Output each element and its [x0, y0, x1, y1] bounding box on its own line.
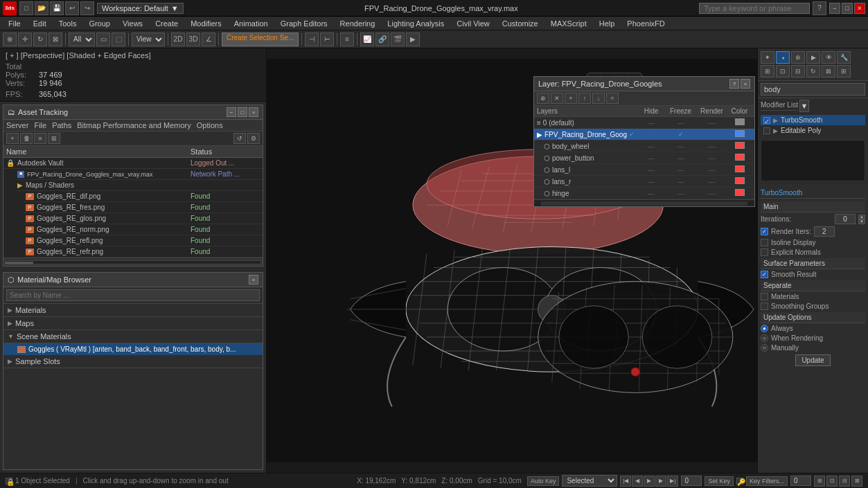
file-new-btn[interactable]: □: [19, 1, 33, 15]
maximize-btn[interactable]: □: [842, 3, 853, 14]
layer-hide-5[interactable]: —: [637, 178, 665, 186]
extra-btn1[interactable]: ⊞: [814, 476, 825, 487]
move-tool-btn[interactable]: ✛: [18, 33, 32, 46]
layer-hide-0[interactable]: —: [637, 119, 665, 127]
table-row[interactable]: 🔒 Autodesk Vault Logged Out ...: [3, 158, 263, 169]
snap-2d-btn[interactable]: 2D: [171, 33, 185, 46]
always-radio[interactable]: ●: [761, 325, 768, 332]
key-dropdown[interactable]: Selected: [562, 475, 617, 487]
layer-select-btn[interactable]: ↑: [578, 93, 591, 104]
help-btn[interactable]: ?: [813, 1, 826, 15]
frame-number-input[interactable]: [790, 476, 811, 486]
redo-btn[interactable]: ↪: [80, 1, 94, 15]
menu-graph-editors[interactable]: Graph Editors: [275, 18, 333, 29]
asset-list-btn[interactable]: ≡: [34, 133, 46, 144]
angle-snap-btn[interactable]: ∠: [202, 33, 215, 46]
materials-checkbox[interactable]: [761, 293, 768, 300]
schematic-btn[interactable]: 🔗: [375, 33, 389, 46]
modify-panel-btn[interactable]: ⬧: [776, 51, 790, 64]
menu-create[interactable]: Create: [150, 18, 184, 29]
layer-color-6[interactable]: [727, 189, 752, 197]
layer-color-4[interactable]: [727, 165, 752, 174]
spin-down[interactable]: ▼: [858, 219, 865, 224]
mat-section-maps[interactable]: ▶ Maps: [3, 317, 263, 330]
layer-row[interactable]: ⬡ power_button — — —: [534, 152, 754, 164]
isoline-checkbox[interactable]: [761, 239, 768, 246]
search-input[interactable]: [699, 3, 810, 14]
table-row[interactable]: P Goggles_RE_glos.png Found: [23, 213, 263, 224]
render-setup-btn[interactable]: 🎬: [391, 33, 405, 46]
layer-row[interactable]: ⬡ hinge — — —: [534, 188, 754, 199]
layer-color-1[interactable]: [727, 130, 752, 138]
window-crossing-btn[interactable]: ⬚: [112, 33, 125, 46]
render-iters-checkbox[interactable]: ✓: [761, 228, 768, 235]
rt-extra3[interactable]: ⊟: [791, 65, 805, 78]
asset-add-btn[interactable]: +: [6, 133, 19, 144]
close-btn[interactable]: ✕: [854, 3, 865, 14]
prev-key-btn[interactable]: ◀: [632, 476, 643, 487]
layer-hide-6[interactable]: —: [637, 190, 665, 197]
when-rendering-radio[interactable]: ○: [761, 334, 768, 342]
ts-main-header[interactable]: Main: [761, 201, 865, 213]
layer-render-3[interactable]: —: [696, 154, 727, 162]
menu-lighting[interactable]: Lighting Analysis: [382, 18, 450, 29]
layer-row[interactable]: ⬡ lans_r — — —: [534, 176, 754, 188]
table-row[interactable]: ▶ Maps / Shaders: [15, 180, 263, 191]
layer-row[interactable]: ⬡ body_wheel — — —: [534, 141, 754, 152]
create-panel-btn[interactable]: ✦: [761, 51, 774, 64]
table-row[interactable]: P Goggles_RE_dif.png Found: [23, 191, 263, 202]
mirror-btn[interactable]: ⊣: [305, 33, 319, 46]
next-key-btn[interactable]: ▶: [655, 476, 666, 487]
menu-edit[interactable]: Edit: [28, 18, 52, 29]
asset-restore-btn[interactable]: □: [238, 107, 247, 117]
rt-extra6[interactable]: ⊞: [837, 65, 851, 78]
layer-hide-1[interactable]: —: [637, 131, 665, 138]
asset-minimize-btn[interactable]: −: [227, 107, 236, 117]
layer-render-5[interactable]: —: [696, 178, 727, 186]
layer-row[interactable]: ⬡ lans_l — — —: [534, 164, 754, 176]
file-open-btn[interactable]: 📂: [35, 1, 48, 15]
layer-freeze-0[interactable]: —: [665, 119, 696, 127]
selection-filter[interactable]: All: [69, 33, 95, 46]
layer-freeze-2[interactable]: —: [665, 143, 696, 150]
rt-extra1[interactable]: ⊞: [761, 65, 774, 78]
layer-hide-4[interactable]: —: [637, 166, 665, 174]
extra-btn3[interactable]: ⊟: [839, 476, 850, 487]
manually-radio[interactable]: ○: [761, 344, 768, 352]
iterations-input[interactable]: [835, 214, 856, 224]
asset-close-btn[interactable]: ×: [249, 107, 258, 117]
render-iters-input[interactable]: [814, 226, 835, 237]
time-input[interactable]: [681, 476, 702, 486]
table-row[interactable]: ■ FPV_Racing_Drone_Goggles_max_vray.max …: [15, 169, 263, 180]
menu-views[interactable]: Views: [117, 18, 148, 29]
layer-freeze-3[interactable]: —: [665, 154, 696, 162]
mat-section-scene[interactable]: ▼ Scene Materials: [3, 330, 263, 343]
layer-new-btn[interactable]: ⊕: [537, 93, 549, 104]
layer-hide-2[interactable]: —: [637, 143, 665, 150]
layer-highlight-btn[interactable]: ✧: [606, 93, 619, 104]
asset-menu-options[interactable]: Options: [197, 121, 223, 129]
smoothing-groups-checkbox[interactable]: [761, 302, 768, 310]
mat-item-goggles[interactable]: Goggles ( VRayMtl ) [anten, band_back, b…: [3, 343, 263, 355]
layer-scrollbar-h[interactable]: [534, 199, 754, 206]
table-row[interactable]: P Goggles_RE_refl.png Found: [23, 235, 263, 246]
rt-extra4[interactable]: ↻: [806, 65, 820, 78]
extra-btn4[interactable]: ⊠: [851, 476, 862, 487]
object-name-input[interactable]: [761, 83, 865, 96]
layer-render-0[interactable]: —: [696, 119, 727, 127]
menu-file[interactable]: File: [3, 18, 26, 29]
update-options-header[interactable]: Update Options: [761, 312, 865, 323]
display-btn[interactable]: 👁: [822, 51, 835, 64]
render-btn[interactable]: ▶: [406, 33, 420, 46]
layer-freeze-6[interactable]: —: [665, 190, 696, 197]
asset-menu-paths[interactable]: Paths: [52, 121, 71, 129]
explicit-normals-checkbox[interactable]: [761, 248, 768, 256]
motion-btn[interactable]: ▶: [806, 51, 820, 64]
asset-menu-server[interactable]: Server: [6, 121, 28, 129]
key-filters-btn[interactable]: Key Filters...: [746, 476, 788, 486]
iterations-spinner[interactable]: ▲ ▼: [858, 215, 865, 224]
rotate-tool-btn[interactable]: ↻: [33, 33, 47, 46]
layer-panel-titlebar[interactable]: Layer: FPV_Racing_Drone_Googles ? ×: [534, 77, 754, 91]
layer-color-5[interactable]: [727, 177, 752, 186]
table-row[interactable]: P Goggles_RE_norm.png Found: [23, 224, 263, 235]
